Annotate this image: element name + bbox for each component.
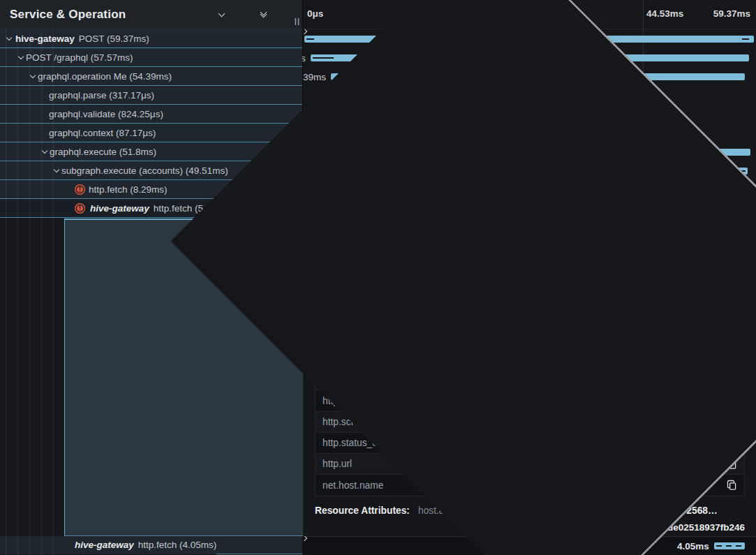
span-name: POST /graphql (57.57ms) [26, 52, 133, 63]
chevron-down-icon[interactable] [213, 6, 230, 23]
span-name: graphql.operation Me (54.39ms) [38, 71, 172, 82]
collapse-chevron-icon[interactable] [16, 57, 26, 59]
tree-row[interactable]: graphql.operation Me (54.39ms) [0, 67, 302, 86]
double-chevron-right-icon[interactable] [276, 6, 292, 23]
tree-row[interactable]: hive-gatewayPOST (59.37ms) [0, 29, 302, 48]
panel-title: Service & Operation [10, 8, 209, 22]
service-operation-panel: Service & Operation || hive-gatewayPOST … [0, 0, 303, 555]
duration-label: 4.05ms [677, 541, 709, 552]
self-time-dash [306, 38, 315, 40]
span-name: subgraph.execute (accounts) (49.51ms) [61, 165, 228, 176]
span-name: graphql.context (87.17μs) [49, 128, 156, 138]
error-icon: ! [75, 203, 85, 214]
axis-tick: 0μs [307, 8, 323, 19]
tree-bottom-row[interactable]: hive-gatewayhttp.fetch (4.05ms) [0, 536, 302, 554]
collapse-chevron-icon[interactable] [52, 170, 61, 172]
tree-row[interactable]: graphql.validate (824.25μs) [0, 105, 302, 124]
service-name: hive-gateway [15, 34, 75, 44]
self-time-dash [313, 57, 334, 59]
chevron-right-icon[interactable] [234, 6, 251, 23]
collapse-chevron-icon[interactable] [40, 151, 50, 153]
error-icon: ! [75, 184, 85, 195]
span-name: POST (59.37ms) [79, 34, 149, 44]
collapse-chevron-icon[interactable] [4, 38, 14, 40]
span-name: http.fetch (4.05ms) [138, 540, 217, 550]
span-name: http.fetch (8.29ms) [89, 184, 168, 195]
tree-row[interactable]: hive-gatewayhttp.fetch (4.05ms) [0, 536, 216, 554]
resource-attributes-label[interactable]: Resource Attributes: [315, 505, 410, 516]
tree-row[interactable]: POST /graphql (57.57ms) [0, 48, 302, 67]
service-name: hive-gateway [90, 203, 149, 214]
tree-row[interactable]: graphql.context (87.17μs) [0, 124, 302, 142]
span-bar[interactable] [714, 542, 745, 549]
axis-tick: 59.37ms [713, 8, 750, 19]
trace-viewer: 0μs 14.84ms 29.68ms 44.53ms 59.37ms 57.5… [0, 0, 756, 555]
tree-row[interactable]: graphql.parse (317.17μs) [0, 86, 302, 105]
span-name: graphql.parse (317.17μs) [49, 90, 154, 101]
collapse-chevron-icon[interactable] [28, 75, 38, 77]
double-chevron-down-icon[interactable] [255, 6, 272, 23]
span-name: graphql.validate (824.25μs) [49, 109, 163, 119]
span-name: graphql.execute (51.8ms) [50, 147, 156, 157]
panel-resize-handle[interactable]: || [295, 17, 300, 25]
axis-tick: 44.53ms [646, 8, 683, 19]
copy-button[interactable] [727, 480, 737, 491]
service-operation-header: Service & Operation [0, 0, 302, 29]
service-name: hive-gateway [75, 540, 134, 550]
copy-icon [727, 480, 737, 491]
self-time-dash [742, 38, 749, 40]
